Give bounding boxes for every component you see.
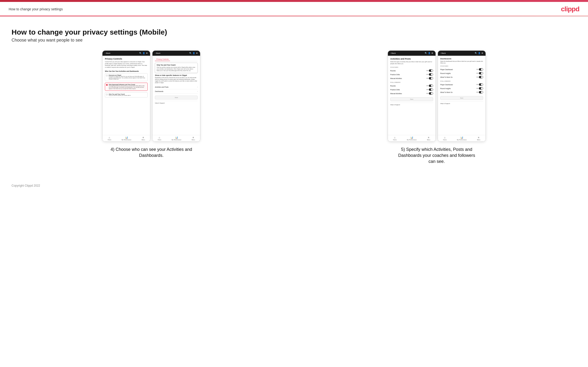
toggle-ri-fol-sw[interactable]: ON bbox=[476, 87, 483, 90]
toggle-ri-fol-switch[interactable] bbox=[479, 87, 483, 90]
toggle-ww-coaches-sw[interactable]: ON bbox=[476, 76, 483, 78]
save-btn-3[interactable]: Save bbox=[390, 97, 433, 101]
tab-privacy[interactable]: Privacy Controls bbox=[155, 58, 170, 61]
settings-icon[interactable]: ⚙ bbox=[146, 52, 148, 54]
home-label-2: Home bbox=[158, 139, 161, 141]
screen1-footer: ⌂ Home 📊 My Performance ≡ Menu bbox=[103, 135, 150, 142]
screenshot-group-3-4: ‹ Back 🔍 👤 ⚙ Activities and Posts Select… bbox=[297, 50, 577, 165]
copyright: Copyright Clippd 2022 bbox=[12, 184, 40, 187]
toggle-playerdash-followers: Player Dashboard ON bbox=[440, 83, 483, 86]
person-icon-3[interactable]: 👤 bbox=[428, 52, 431, 54]
save-btn-2[interactable]: Save bbox=[155, 96, 198, 100]
toggle-rounds-followers-switch[interactable]: ON bbox=[426, 84, 433, 87]
search-icon-3[interactable]: 🔍 bbox=[425, 52, 427, 54]
toggle-rounds-coaches: Rounds ON bbox=[390, 69, 433, 73]
nav-home-3[interactable]: ⌂ Home bbox=[393, 136, 397, 141]
person-icon[interactable]: 👤 bbox=[143, 52, 145, 54]
nav-perf-2[interactable]: 📊 My Performance bbox=[172, 136, 181, 141]
option-followers-desc: Only approved followers and coaches you … bbox=[109, 85, 147, 90]
nav-home-2[interactable]: ⌂ Home bbox=[158, 136, 161, 141]
toggle-manual-followers-switch[interactable]: ON bbox=[426, 92, 433, 95]
settings-icon-2[interactable]: ⚙ bbox=[196, 52, 198, 54]
nav-perf-3[interactable]: 📊 My Performance bbox=[407, 136, 416, 141]
search-icon-2[interactable]: 🔍 bbox=[189, 52, 192, 54]
rounds-followers-label: Rounds bbox=[390, 85, 396, 87]
screen2-mockup: ‹ Back 🔍 👤 ⚙ Privacy Controls bbox=[152, 50, 200, 142]
toggle-ri-switch[interactable] bbox=[479, 72, 483, 75]
toggle-rounds-switch[interactable] bbox=[429, 69, 433, 72]
whattowork-followers-label: What To Work On bbox=[440, 92, 453, 93]
nav-perf-1[interactable]: 📊 My Performance bbox=[122, 136, 131, 141]
nav-menu-1[interactable]: ≡ Menu bbox=[142, 136, 145, 141]
save-btn-4[interactable]: Save bbox=[440, 96, 483, 100]
nav-menu-2[interactable]: ≡ Menu bbox=[192, 136, 195, 141]
menu-label-1: Menu bbox=[142, 139, 145, 141]
toggle-pd-fol-switch[interactable] bbox=[479, 83, 483, 86]
settings-icon-4[interactable]: ⚙ bbox=[482, 52, 483, 54]
screen2-back[interactable]: ‹ Back bbox=[155, 52, 160, 54]
toggle-drills-fol-switch[interactable] bbox=[429, 88, 433, 91]
toggle-drills-followers-switch[interactable]: ON bbox=[426, 88, 433, 91]
option-youcoach-desc: Only you and the coaches you connect wit… bbox=[109, 95, 131, 96]
menu-label-3: Menu bbox=[427, 139, 430, 141]
toggle-rounds-fol-switch[interactable] bbox=[429, 84, 433, 87]
screen3-desc: Select the types of activity that you'd … bbox=[390, 61, 433, 65]
nav-menu-3[interactable]: ≡ Menu bbox=[427, 136, 430, 141]
screen1-title: Privacy Controls bbox=[105, 58, 148, 60]
page-subtitle: Choose what you want people to see bbox=[12, 38, 576, 43]
perf-icon-4: 📊 bbox=[460, 136, 463, 139]
settings-icon-3[interactable]: ⚙ bbox=[432, 52, 433, 54]
perf-label-2: My Performance bbox=[172, 139, 181, 141]
toggle-rounds-coaches-switch[interactable]: ON bbox=[426, 69, 433, 72]
screen3-back[interactable]: ‹ Back bbox=[390, 52, 396, 54]
toggle-pd-coaches-sw[interactable]: ON bbox=[476, 68, 483, 71]
option-everyone[interactable]: Everyone on Clippd Everyone on Clippd ca… bbox=[105, 73, 148, 81]
menu-icon-2: ≡ bbox=[193, 136, 194, 139]
nav-home-4[interactable]: ⌂ Home bbox=[443, 136, 447, 141]
toggle-ri-coaches-sw[interactable]: ON bbox=[476, 72, 483, 75]
toggle-rounds-followers: Rounds ON bbox=[390, 84, 433, 88]
search-icon[interactable]: 🔍 bbox=[139, 52, 142, 54]
screen1-back[interactable]: ‹ Back bbox=[105, 52, 110, 54]
show-hide-desc: Regardless of the privacy controls that … bbox=[155, 77, 198, 83]
search-icon-4[interactable]: 🔍 bbox=[475, 52, 477, 54]
screen3-title: Activities and Posts bbox=[390, 58, 433, 60]
toggle-pd-fol-sw[interactable]: ON bbox=[476, 83, 483, 86]
nav-home-1[interactable]: ⌂ Home bbox=[108, 136, 111, 141]
option-youcoach[interactable]: Only You and Your Coach Only you and the… bbox=[105, 92, 148, 98]
followers-label-4: FOLLOWERS bbox=[440, 80, 483, 82]
popup-youcoach: Only You and Your Coach Only you and the… bbox=[155, 63, 198, 73]
toggle-ww-switch[interactable] bbox=[479, 76, 483, 78]
logo: clippd bbox=[561, 5, 579, 13]
toggle-manual-switch[interactable] bbox=[429, 77, 433, 80]
menu-icon-1: ≡ bbox=[143, 136, 144, 139]
person-icon-4[interactable]: 👤 bbox=[478, 52, 481, 54]
toggle-drills-switch[interactable] bbox=[429, 73, 433, 76]
toggle-drills-coaches-switch[interactable]: ON bbox=[426, 73, 433, 76]
help-support-3: Help & Support bbox=[390, 103, 433, 105]
top-bar: How to change your privacy settings clip… bbox=[0, 2, 588, 17]
page-footer: Copyright Clippd 2022 bbox=[0, 179, 588, 192]
nav-menu-4[interactable]: ≡ Menu bbox=[477, 136, 480, 141]
toggle-pd-switch[interactable] bbox=[479, 68, 483, 71]
screen4-back[interactable]: ‹ Back bbox=[440, 52, 446, 54]
toggle-manual-fol-switch[interactable] bbox=[429, 92, 433, 95]
perf-icon-3: 📊 bbox=[410, 136, 413, 139]
toggle-ww-fol-sw[interactable]: ON bbox=[476, 91, 483, 93]
screenshot-group-1-2: ‹ Back 🔍 👤 ⚙ Privacy Controls Control ho… bbox=[12, 50, 291, 158]
home-icon-3: ⌂ bbox=[394, 136, 396, 139]
menu-activities[interactable]: Activities and Posts › bbox=[155, 85, 198, 89]
toggle-manual-coaches-switch[interactable]: ON bbox=[426, 77, 433, 80]
screen4-topbar: ‹ Back 🔍 👤 ⚙ bbox=[438, 51, 485, 56]
caption-4: 4) Choose who can see your Activities an… bbox=[110, 147, 192, 158]
screen1-mockup: ‹ Back 🔍 👤 ⚙ Privacy Controls Control ho… bbox=[102, 50, 150, 142]
person-icon-2[interactable]: 👤 bbox=[193, 52, 195, 54]
main-content: ‹ Back 🔍 👤 ⚙ Privacy Controls Control ho… bbox=[0, 50, 588, 179]
screen2-footer: ⌂ Home 📊 My Performance ≡ Menu bbox=[153, 135, 200, 142]
menu-dashboards[interactable]: Dashboards › bbox=[155, 89, 198, 94]
home-icon-4: ⌂ bbox=[444, 136, 446, 139]
nav-perf-4[interactable]: 📊 My Performance bbox=[457, 136, 467, 141]
option-followers[interactable]: Only Approved Followers and Your Coach O… bbox=[105, 83, 148, 91]
toggle-ww-fol-switch[interactable] bbox=[479, 91, 483, 93]
screen2-content: Privacy Controls Only You and Your Coach… bbox=[153, 56, 200, 135]
